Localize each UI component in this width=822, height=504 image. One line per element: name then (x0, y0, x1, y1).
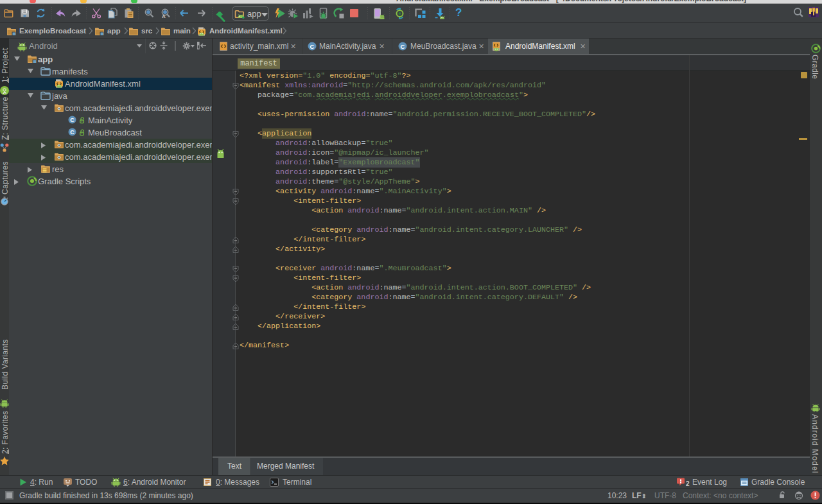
svg-text:C: C (310, 43, 315, 50)
svg-text:C: C (401, 43, 405, 50)
svg-text:A: A (162, 13, 166, 19)
